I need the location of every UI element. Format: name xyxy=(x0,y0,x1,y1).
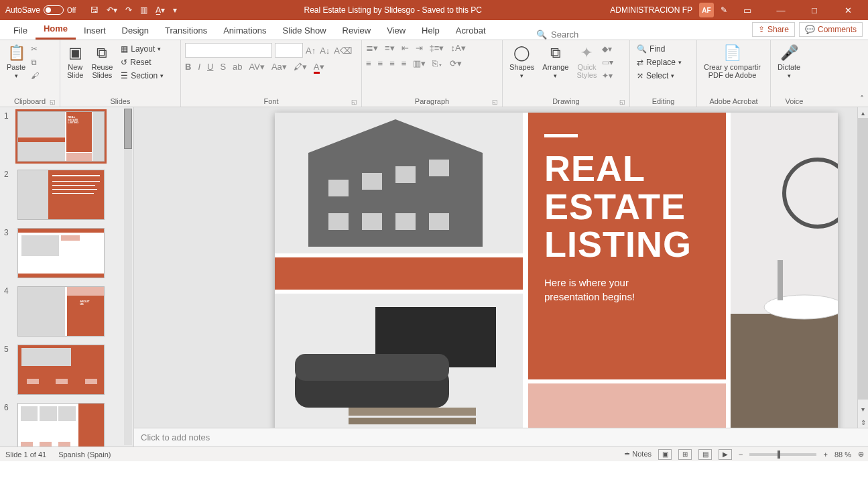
dictate-button[interactable]: 🎤Dictate▾ xyxy=(775,43,803,80)
slide-image-bathroom[interactable] xyxy=(731,113,838,428)
adobe-share-pdf-button[interactable]: 📄Crear y compartir PDF de Adobe xyxy=(701,43,763,80)
tab-animations[interactable]: Animations xyxy=(215,21,274,40)
align-center-icon[interactable]: ≡ xyxy=(378,58,383,68)
line-spacing-icon[interactable]: ‡≡▾ xyxy=(430,43,444,53)
share-button[interactable]: ⇪Share xyxy=(752,22,795,37)
justify-icon[interactable]: ≡ xyxy=(401,58,407,68)
align-right-icon[interactable]: ≡ xyxy=(389,58,395,68)
save-icon[interactable]: 🖫 xyxy=(90,5,99,15)
tab-home[interactable]: Home xyxy=(36,19,76,40)
select-button[interactable]: ⤱Select▾ xyxy=(634,70,692,82)
slide-image-sofa[interactable] xyxy=(275,294,523,428)
zoom-percent[interactable]: 88 % xyxy=(834,451,851,459)
find-button[interactable]: 🔍Find xyxy=(634,43,692,55)
undo-icon[interactable]: ↶▾ xyxy=(107,5,117,15)
tab-insert[interactable]: Insert xyxy=(76,21,114,40)
fit-to-window-icon[interactable]: ⊕ xyxy=(858,450,864,459)
scroll-up-icon[interactable]: ▴ xyxy=(858,107,868,118)
replace-button[interactable]: ⇄Replace▾ xyxy=(634,56,692,68)
minimize-icon[interactable]: — xyxy=(767,0,794,20)
align-text-icon[interactable]: ⎘▾ xyxy=(432,58,443,68)
slide-thumbnail-5[interactable]: 5 xyxy=(0,341,133,399)
shadow-icon[interactable]: ab xyxy=(233,62,242,72)
normal-view-icon[interactable]: ▣ xyxy=(658,449,672,460)
slide-thumbnail-4[interactable]: 4 ABOUT US xyxy=(0,282,133,341)
numbering-icon[interactable]: ≡▾ xyxy=(385,43,395,53)
dialog-launcher-icon[interactable]: ◱ xyxy=(351,99,357,105)
slide-pink-block[interactable] xyxy=(528,383,726,428)
slide-thumbnail-6[interactable]: 6 xyxy=(0,399,133,446)
slide-thumbnail-2[interactable]: 2 xyxy=(0,166,133,224)
thumbnail-scrollbar[interactable] xyxy=(124,109,132,445)
notes-toggle[interactable]: ≐ Notes xyxy=(624,450,652,459)
tab-view[interactable]: View xyxy=(379,21,414,40)
slide-orange-bar[interactable] xyxy=(275,257,523,290)
qat-more-icon[interactable]: ▾ xyxy=(173,5,177,15)
notes-pane[interactable]: Click to add notes xyxy=(134,428,868,446)
dialog-launcher-icon[interactable]: ◱ xyxy=(492,99,498,105)
slide-thumbnail-3[interactable]: 3 xyxy=(0,224,133,282)
shape-fill-icon[interactable]: ◆▾ xyxy=(602,44,613,54)
tab-acrobat[interactable]: Acrobat xyxy=(448,21,494,40)
tab-file[interactable]: File xyxy=(5,21,36,40)
slide-thumbnail-1[interactable]: 1 REAL ESTATE LISTING xyxy=(0,107,133,166)
format-painter-icon[interactable]: 🖌 xyxy=(31,71,39,80)
shape-effects-icon[interactable]: ✦▾ xyxy=(602,71,613,80)
sorter-view-icon[interactable]: ⊞ xyxy=(678,449,692,460)
font-picker-icon[interactable]: A̲▾ xyxy=(156,5,165,15)
highlight-icon[interactable]: 🖍▾ xyxy=(294,62,307,72)
align-left-icon[interactable]: ≡ xyxy=(366,58,371,68)
user-avatar[interactable]: AF xyxy=(699,3,714,17)
redo-icon[interactable]: ↷ xyxy=(125,5,132,15)
from-beginning-icon[interactable]: ▥ xyxy=(140,5,147,15)
strike-icon[interactable]: S xyxy=(220,62,226,72)
decrease-indent-icon[interactable]: ⇤ xyxy=(401,43,409,53)
tell-me-search[interactable]: 🔍 Search xyxy=(536,29,578,40)
layout-button[interactable]: ▦Layout▾ xyxy=(118,43,166,55)
copy-icon[interactable]: ⧉ xyxy=(31,58,39,67)
autosave-pill[interactable] xyxy=(44,5,64,15)
section-button[interactable]: ☰Section▾ xyxy=(118,70,166,82)
italic-icon[interactable]: I xyxy=(198,62,200,72)
slide-canvas[interactable]: REAL ESTATE LISTING Here is where your p… xyxy=(275,113,838,428)
tab-help[interactable]: Help xyxy=(414,21,448,40)
fit-icon[interactable]: ⇕ xyxy=(858,417,868,428)
comments-button[interactable]: 💬Comments xyxy=(799,22,863,37)
ribbon-display-icon[interactable]: ▭ xyxy=(734,0,761,20)
zoom-out-icon[interactable]: − xyxy=(739,451,743,459)
language-indicator[interactable]: Spanish (Spain) xyxy=(58,451,111,459)
increase-font-icon[interactable]: A↑ xyxy=(306,46,316,56)
slide-title-block[interactable]: REAL ESTATE LISTING Here is where your p… xyxy=(528,113,726,379)
dialog-launcher-icon[interactable]: ◱ xyxy=(50,99,56,105)
font-color-icon[interactable]: A▾ xyxy=(314,62,324,72)
autosave-toggle[interactable]: AutoSave Off xyxy=(5,5,76,15)
change-case-icon[interactable]: Aa▾ xyxy=(271,62,287,72)
maximize-icon[interactable]: □ xyxy=(801,0,828,20)
font-size-select[interactable] xyxy=(275,43,303,58)
arrange-button[interactable]: ⧉Arrange▾ xyxy=(540,43,571,80)
zoom-slider[interactable] xyxy=(749,453,816,456)
tab-design[interactable]: Design xyxy=(114,21,157,40)
slideshow-view-icon[interactable]: ▶ xyxy=(719,449,732,460)
dialog-launcher-icon[interactable]: ◱ xyxy=(619,99,625,105)
decrease-font-icon[interactable]: A↓ xyxy=(320,46,330,56)
scrollbar-thumb[interactable] xyxy=(858,118,868,400)
smartart-icon[interactable]: ⟳▾ xyxy=(450,58,462,68)
new-slide-button[interactable]: ▣ New Slide xyxy=(64,43,86,82)
reset-button[interactable]: ↺Reset xyxy=(118,56,166,68)
zoom-in-icon[interactable]: + xyxy=(823,451,827,459)
coming-soon-icon[interactable]: ✎ xyxy=(721,5,727,15)
scroll-down-icon[interactable]: ▾ xyxy=(858,404,868,414)
tab-slideshow[interactable]: Slide Show xyxy=(274,21,334,40)
text-direction-icon[interactable]: ↕A▾ xyxy=(450,43,465,53)
scrollbar-thumb[interactable] xyxy=(124,109,132,149)
close-icon[interactable]: ✕ xyxy=(834,0,861,20)
tab-transitions[interactable]: Transitions xyxy=(157,21,215,40)
reuse-slides-button[interactable]: ⧉ Reuse Slides xyxy=(88,43,115,82)
clear-format-icon[interactable]: A⌫ xyxy=(334,46,352,56)
slide-thumbnail-panel[interactable]: 1 REAL ESTATE LISTING 2 xyxy=(0,107,134,446)
bold-icon[interactable]: B xyxy=(185,62,191,72)
zoom-slider-thumb[interactable] xyxy=(778,451,780,459)
shape-outline-icon[interactable]: ▭▾ xyxy=(602,58,613,67)
char-spacing-icon[interactable]: AV▾ xyxy=(249,62,265,72)
